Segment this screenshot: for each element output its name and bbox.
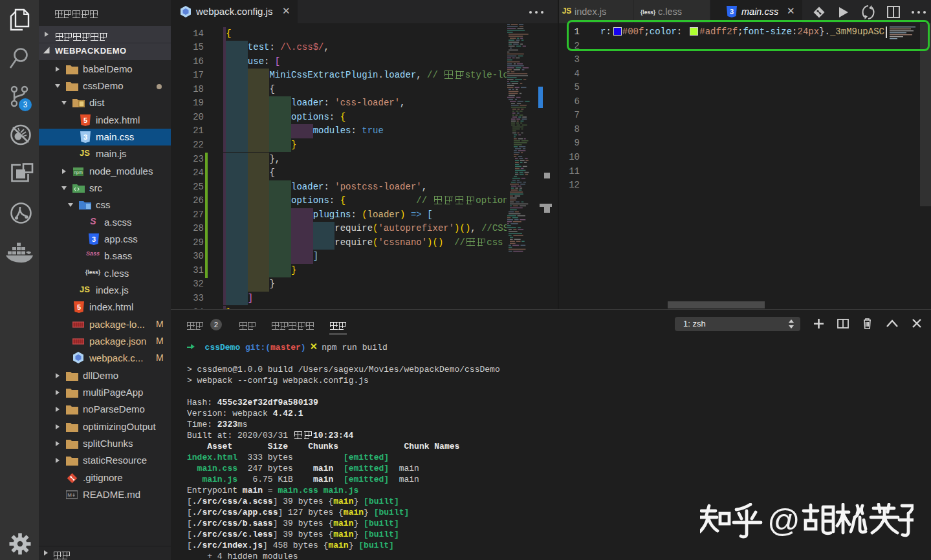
svg-text:3: 3 bbox=[83, 133, 87, 141]
svg-text:M: M bbox=[67, 492, 72, 498]
svg-text:5: 5 bbox=[77, 303, 81, 311]
svg-text:5: 5 bbox=[83, 116, 87, 124]
svg-text:npm: npm bbox=[74, 170, 83, 175]
svg-text:3: 3 bbox=[92, 235, 96, 243]
svg-text:3: 3 bbox=[730, 8, 734, 16]
